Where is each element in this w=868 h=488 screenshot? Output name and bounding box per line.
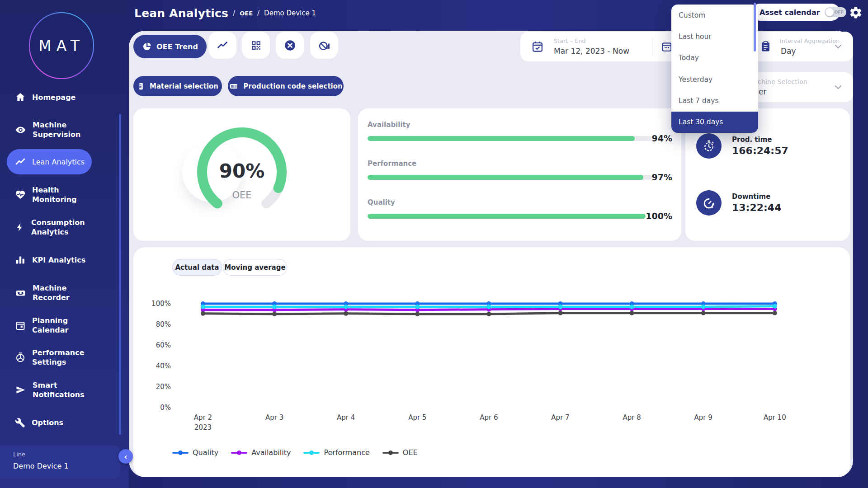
- sidebar-item-planning-calendar[interactable]: Planning Calendar: [7, 314, 95, 337]
- svg-text:Apr 7: Apr 7: [551, 413, 569, 422]
- material-icon: [137, 82, 145, 91]
- legend-item-availability[interactable]: Availability: [231, 448, 291, 457]
- legend-label: Quality: [193, 448, 218, 457]
- settings-gear-icon[interactable]: [849, 6, 863, 19]
- svg-text:60%: 60%: [156, 341, 171, 349]
- oee-trend-chart-card: Actual data Moving average 0%20%40%60%80…: [133, 247, 850, 477]
- tab-moving-average[interactable]: Moving average: [223, 259, 287, 276]
- send-icon: [15, 385, 26, 395]
- svg-text:Apr 4: Apr 4: [337, 413, 355, 422]
- x-circle-icon: [284, 39, 296, 52]
- device-type-label: Line: [13, 451, 121, 458]
- sidebar-collapse-button[interactable]: ‹: [118, 449, 133, 464]
- dropdown-option-today[interactable]: Today: [671, 47, 758, 69]
- sidebar-item-machine-supervision[interactable]: Machine Supervision: [7, 118, 95, 141]
- oee-trend-label: OEE Trend: [156, 42, 198, 51]
- heart-pulse-icon: [15, 189, 26, 200]
- tab-label: Moving average: [224, 263, 285, 272]
- breadcrumb-item-device[interactable]: Demo Device 1: [264, 9, 316, 17]
- bolt-icon: [15, 222, 25, 233]
- oee-gauge-card: 90% OEE: [133, 108, 350, 241]
- stopwatch-icon: [696, 133, 722, 159]
- oee-trend-button[interactable]: OEE Trend: [133, 35, 207, 58]
- page-title: Lean Analytics: [134, 7, 228, 20]
- sidebar-item-label: Performance Settings: [32, 348, 85, 367]
- material-selection-button[interactable]: Material selection: [133, 76, 222, 96]
- availability-bar-group: Availability 94%: [368, 121, 672, 143]
- sidebar-item-performance-settings[interactable]: Performance Settings: [7, 346, 95, 369]
- svg-text:!: !: [712, 203, 714, 209]
- pie-chart-icon: [142, 42, 152, 52]
- svg-text:80%: 80%: [156, 320, 171, 328]
- dropdown-scrollbar[interactable]: [754, 3, 756, 52]
- sidebar-item-lean-analytics[interactable]: Lean Analytics: [7, 149, 92, 174]
- sidebar-item-kpi-analytics[interactable]: KPI Analytics: [7, 251, 95, 269]
- sidebar-item-homepage[interactable]: Homepage: [7, 88, 95, 106]
- qr-code-button[interactable]: [242, 32, 270, 59]
- chevron-down-icon: [835, 85, 842, 89]
- sidebar-item-consumption-analytics[interactable]: Consumption Analytics: [7, 216, 95, 239]
- svg-text:2023: 2023: [194, 423, 212, 432]
- production-code-selection-button[interactable]: Production code selection: [228, 76, 344, 96]
- chart-legend: QualityAvailabilityPerformanceOEE: [172, 448, 418, 457]
- quality-label: Quality: [368, 198, 672, 206]
- sidebar-item-label: Health Monitoring: [32, 185, 95, 204]
- logo-text: MAT: [38, 37, 85, 55]
- quality-value: 100%: [646, 211, 672, 221]
- calendar-check-icon: [531, 40, 544, 53]
- svg-text:Apr 9: Apr 9: [694, 413, 712, 422]
- production-code-selection-label: Production code selection: [243, 82, 342, 90]
- prod-time-row: Prod. time 166:24:57: [696, 133, 788, 159]
- downtime-row: ! Downtime 13:22:44: [696, 190, 781, 216]
- material-selection-label: Material selection: [150, 82, 218, 90]
- downtime-value: 13:22:44: [732, 202, 781, 213]
- breadcrumb-item-oee[interactable]: OEE: [240, 10, 253, 17]
- no-data-button[interactable]: [310, 32, 338, 59]
- dropdown-option-last-7-days[interactable]: Last 7 days: [671, 90, 758, 111]
- sidebar-scrollbar[interactable]: [119, 114, 121, 435]
- tab-actual-data[interactable]: Actual data: [172, 259, 222, 276]
- performance-bar: [368, 175, 652, 180]
- sidebar-item-machine-recorder[interactable]: Machine Recorder: [7, 284, 95, 302]
- barcode-icon: [229, 82, 239, 91]
- breadcrumb-separator: /: [233, 9, 235, 17]
- sidebar-item-label: Consumption Analytics: [31, 218, 85, 237]
- sidebar-item-options[interactable]: Options: [7, 413, 95, 432]
- sidebar-item-smart-notifications[interactable]: Smart Notifications: [7, 378, 95, 402]
- breadcrumb: Lean Analytics / OEE / Demo Device 1: [134, 0, 316, 26]
- legend-item-oee[interactable]: OEE: [382, 448, 418, 457]
- line-view-button[interactable]: [208, 32, 236, 59]
- sidebar-item-label: Lean Analytics: [32, 158, 85, 166]
- sidebar-item-label: KPI Analytics: [32, 255, 85, 265]
- svg-text:100%: 100%: [151, 300, 171, 308]
- date-range-label: Start – End: [554, 38, 586, 44]
- machine-selection-value: er: [759, 87, 766, 96]
- interval-aggregation-label: Interval Aggregation: [780, 38, 840, 44]
- svg-text:40%: 40%: [156, 362, 171, 370]
- chevron-down-icon: [835, 44, 842, 49]
- sidebar-item-label: Planning Calendar: [32, 316, 68, 335]
- asset-calendar-toggle[interactable]: OFF: [825, 7, 846, 17]
- dropdown-option-yesterday[interactable]: Yesterday: [671, 69, 758, 90]
- clear-selection-button[interactable]: [276, 32, 304, 59]
- sidebar-item-health-monitoring[interactable]: Health Monitoring: [7, 186, 95, 204]
- dropdown-option-last-30-days[interactable]: Last 30 days: [671, 112, 758, 133]
- asset-calendar-control: Asset calendar OFF: [751, 4, 840, 21]
- toggle-knob: [826, 8, 834, 16]
- svg-text:Apr 3: Apr 3: [265, 413, 283, 422]
- svg-text:Apr 2: Apr 2: [194, 413, 212, 422]
- trend-chart: 0%20%40%60%80%100%Apr 22023Apr 3Apr 4Apr…: [145, 289, 841, 443]
- dropdown-option-last-hour[interactable]: Last hour: [671, 26, 758, 47]
- sidebar-item-label: Options: [32, 418, 63, 427]
- legend-item-performance[interactable]: Performance: [303, 448, 369, 457]
- legend-item-quality[interactable]: Quality: [172, 448, 218, 457]
- legend-swatch: [172, 452, 189, 454]
- availability-value: 94%: [652, 133, 672, 143]
- interval-aggregation-value: Day: [781, 47, 796, 56]
- recorder-icon: [15, 287, 26, 298]
- selected-device-card[interactable]: Line Demo Device 1: [0, 446, 121, 479]
- calendar-icon: [15, 320, 26, 331]
- svg-text:0%: 0%: [160, 404, 171, 412]
- dropdown-option-custom[interactable]: Custom: [671, 5, 758, 26]
- date-range-picker[interactable]: Start – End Mar 12, 2023 - Now: [520, 32, 681, 61]
